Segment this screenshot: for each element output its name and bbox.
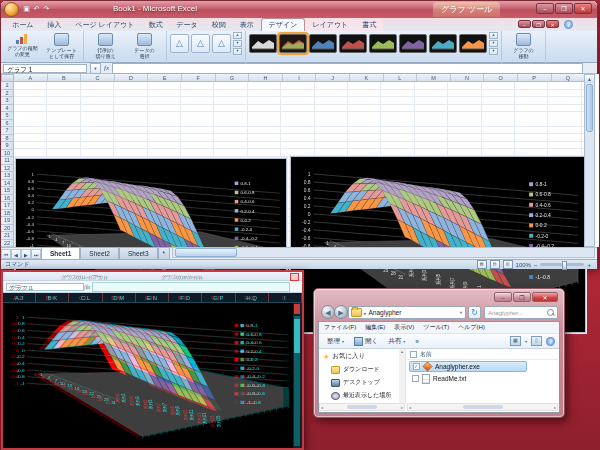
row-header-20[interactable]: 20 (1, 225, 14, 233)
close-button[interactable]: ✕ (574, 3, 592, 14)
zoom-out-icon[interactable]: − (534, 262, 538, 268)
column-header-G[interactable]: G (216, 74, 250, 82)
scroll-up-icon[interactable]: ▲ (585, 75, 594, 83)
ribbon-button[interactable]: グラフの 移動 (505, 32, 542, 59)
address-bar[interactable]: ▸ Anaglypher ▼ (348, 306, 466, 319)
workbook-close-button[interactable]: ✕ (546, 20, 559, 28)
anaglyph-scroll-thumb[interactable] (294, 319, 300, 353)
excel-title-bar[interactable]: ▣ ↶ ↷ Book1 - Microsoft Excel グラフ ツール – … (1, 1, 597, 18)
row-header-6[interactable]: 6 (1, 120, 14, 128)
view-dropdown-icon[interactable]: ▾ (525, 339, 527, 344)
chart-style-thumb-4[interactable] (339, 34, 367, 53)
anaglyph-surface-chart[interactable]: 10.80.60.40.20-0.2-0.4-0.6-0.8-114710131… (3, 303, 293, 448)
toolbar-overflow-button[interactable]: » (411, 337, 423, 346)
explorer-minimize-button[interactable]: – (494, 292, 512, 302)
column-header-P[interactable]: P (518, 74, 552, 82)
chart-style-thumb-1[interactable] (249, 34, 277, 53)
row-header-12[interactable]: 12 (1, 165, 14, 173)
breadcrumb-folder[interactable]: Anaglypher (369, 309, 402, 316)
menu-item-表示(V)[interactable]: 表示(V) (394, 323, 414, 332)
ribbon-tab-校閲[interactable]: 校閲 (205, 19, 233, 31)
row-header-9[interactable]: 9 (1, 142, 14, 150)
anaglyph-formula-input[interactable] (92, 282, 290, 292)
layout-scroll-icon[interactable]: ▼ (233, 40, 242, 47)
anaglyph-scrollbar[interactable] (293, 303, 302, 448)
menu-item-編集(E)[interactable]: 編集(E) (365, 323, 385, 332)
column-header-Q[interactable]: Q (552, 74, 586, 82)
row-header-5[interactable]: 5 (1, 112, 14, 120)
back-button[interactable]: ◀ (321, 305, 335, 319)
select-all-corner[interactable] (1, 74, 14, 82)
row-header-2[interactable]: 2 (1, 90, 14, 98)
column-header-O[interactable]: O (484, 74, 518, 82)
sheet-nav-icon-3[interactable]: ⏭ (31, 249, 41, 259)
anaglyph-name-box[interactable]: グラフ 1 (6, 283, 84, 291)
ribbon-tab-挿入[interactable]: 挿入 (40, 19, 68, 31)
workbook-minimize-button[interactable]: – (518, 20, 531, 28)
zoom-in-icon[interactable]: + (587, 262, 591, 268)
row-header-10[interactable]: 10 (1, 150, 14, 158)
name-box[interactable]: グラフ 1 (3, 64, 87, 73)
row-header-21[interactable]: 21 (1, 232, 14, 240)
sheet-tab-Sheet2[interactable]: Sheet2 (80, 247, 119, 259)
undo-icon[interactable]: ↶ (32, 4, 41, 13)
preview-pane-icon[interactable]: ▯ (531, 336, 542, 346)
sheet-nav-icon-0[interactable]: ⏮ (1, 249, 11, 259)
ribbon-tab-ページ レイアウト[interactable]: ページ レイアウト (68, 19, 141, 31)
favorites-header[interactable]: ★ お気に入り (319, 349, 399, 363)
page-layout-view-icon[interactable]: ▤ (490, 260, 500, 269)
style-scroll-icon[interactable]: ▼ (489, 48, 498, 55)
row-header-3[interactable]: 3 (1, 97, 14, 105)
insert-sheet-tab[interactable]: * (158, 247, 171, 259)
row-header-15[interactable]: 15 (1, 187, 14, 195)
ribbon-button[interactable]: データの 選択 (126, 32, 163, 59)
search-input[interactable]: Anaglypher... (484, 306, 558, 319)
ribbon-button[interactable]: 行/列の 切り替え (87, 32, 124, 59)
column-header-J[interactable]: J (316, 74, 350, 82)
ribbon-tab-数式[interactable]: 数式 (141, 19, 169, 31)
column-header-C[interactable]: C (81, 74, 115, 82)
explorer-close-button[interactable]: ✕ (532, 292, 558, 302)
page-break-view-icon[interactable]: ▥ (503, 260, 513, 269)
normal-view-icon[interactable]: ▦ (477, 260, 487, 269)
ribbon-tab-表示[interactable]: 表示 (233, 19, 261, 31)
chart-style-thumb-8[interactable] (459, 34, 487, 53)
column-header-L[interactable]: L (384, 74, 418, 82)
row-header-8[interactable]: 8 (1, 135, 14, 143)
explorer-help-icon[interactable]: ? (546, 337, 555, 346)
zoom-level[interactable]: 100% (516, 262, 531, 268)
file-row-Anaglypher.exe[interactable]: Anaglypher.exe (409, 361, 527, 372)
anaglyph-scroll-up-red[interactable] (294, 304, 300, 314)
row-header-17[interactable]: 17 (1, 202, 14, 210)
file-row-ReadMe.txt[interactable]: ReadMe.txt (409, 373, 556, 384)
column-header-M[interactable]: M (417, 74, 451, 82)
row-header-13[interactable]: 13 (1, 172, 14, 180)
save-icon[interactable]: ▣ (22, 4, 31, 13)
share-button[interactable]: 共有▾ (384, 336, 409, 347)
chart-style-thumb-3[interactable] (309, 34, 337, 53)
list-h-scrollbar[interactable]: ◂▸ (407, 403, 558, 411)
row-header-14[interactable]: 14 (1, 180, 14, 188)
horizontal-scrollbar[interactable] (172, 247, 595, 258)
sheet-tab-Sheet1[interactable]: Sheet1 (41, 247, 80, 259)
chart-style-thumb-5[interactable] (369, 34, 397, 53)
column-header-N[interactable]: N (451, 74, 485, 82)
change-view-icon[interactable]: ▦ (510, 336, 521, 346)
workbook-maximize-button[interactable]: ❐ (532, 20, 545, 28)
vertical-scroll-thumb[interactable] (586, 84, 593, 132)
sheet-nav-icon-1[interactable]: ◀ (11, 249, 21, 259)
menu-item-ヘルプ(H)[interactable]: ヘルプ(H) (458, 323, 485, 332)
help-icon[interactable]: ? (564, 20, 573, 29)
explorer-maximize-button[interactable]: ❐ (513, 292, 531, 302)
column-header-A[interactable]: A (14, 74, 48, 82)
ribbon-tab-デザイン[interactable]: デザイン (261, 18, 306, 31)
column-header-F[interactable]: F (182, 74, 216, 82)
row-header-1[interactable]: 1 (1, 82, 14, 90)
style-scroll-icon[interactable]: ▼ (489, 40, 498, 47)
row-header-7[interactable]: 7 (1, 127, 14, 135)
row-header-16[interactable]: 16 (1, 195, 14, 203)
column-header-E[interactable]: E (148, 74, 182, 82)
column-header-H[interactable]: H (249, 74, 283, 82)
anaglyph-close-icon[interactable] (290, 273, 299, 281)
minimize-button[interactable]: – (536, 3, 554, 14)
